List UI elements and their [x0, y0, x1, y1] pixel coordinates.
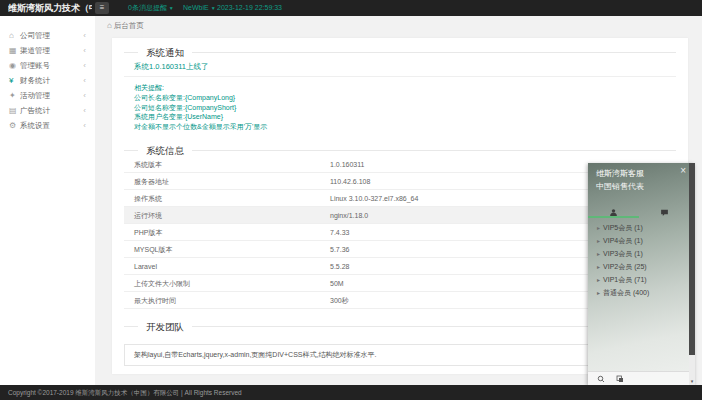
chat-subtitle: 中国销售代表: [596, 181, 644, 192]
sidebar-item-label: 广告统计: [20, 106, 50, 115]
list-item-vip4[interactable]: ▸VIP4会员 (1): [588, 234, 689, 247]
group-count: (1): [634, 237, 643, 244]
sidebar-item-accounts[interactable]: ◉管理账号‹: [0, 58, 95, 73]
group-name: VIP1会员: [603, 276, 632, 283]
group-name: VIP3会员: [603, 250, 632, 257]
expand-arrow-icon: ▸: [597, 251, 600, 257]
row-value: 7.4.33: [330, 224, 349, 241]
row-value: 1.0.160311: [330, 156, 365, 173]
list-item-vip3[interactable]: ▸VIP3会员 (1): [588, 247, 689, 260]
active-tab-underline: [588, 216, 639, 218]
row-value: Linux 3.10.0-327.el7.x86_64: [330, 190, 418, 207]
sidebar-item-label: 公司管理: [20, 31, 50, 40]
expand-arrow-icon: ▸: [597, 238, 600, 244]
list-item-vip2[interactable]: ▸VIP2会员 (25): [588, 260, 689, 273]
sidebar-item-settings[interactable]: ⚙系统设置‹: [0, 118, 95, 133]
close-icon[interactable]: ×: [680, 165, 686, 176]
scrollbar-track[interactable]: ▾: [689, 163, 695, 385]
row-value: 5.7.36: [330, 241, 349, 258]
row-value: 110.42.6.108: [330, 173, 370, 190]
scrollbar-thumb[interactable]: [689, 163, 695, 355]
chevron-left-icon: ‹: [83, 103, 86, 118]
team-note: 架构layui,自带Echarts,jquery,x-admin,页面纯DIV+…: [124, 344, 662, 366]
chat-panel: 维斯湾斯客服 中国销售代表 × ▸VIP5会员 (1) ▸VIP4会员 (1) …: [588, 163, 695, 385]
row-label: MYSQL版本: [134, 241, 173, 258]
sidebar: ⌂公司管理‹ ▦渠道管理‹ ◉管理账号‹ ¥财务统计‹ ✦活动管理‹ ▤广告统计…: [0, 16, 95, 385]
chat-group-list: ▸VIP5会员 (1) ▸VIP4会员 (1) ▸VIP3会员 (1) ▸VIP…: [588, 221, 689, 299]
user-dropdown[interactable]: NeWbiE ▼: [183, 0, 216, 16]
chevron-left-icon: ‹: [83, 28, 86, 43]
yen-icon: ¥: [9, 73, 20, 88]
breadcrumb-label: 后台首页: [114, 21, 144, 30]
tips-title: 相关提醒:: [134, 83, 267, 93]
topbar: 维斯湾斯风力技术（中 ≡ 0条消息提醒 ▼ NeWbiE ▼ 2023-12-1…: [0, 0, 702, 16]
sidebar-item-company[interactable]: ⌂公司管理‹: [0, 28, 95, 43]
chat-tabs: [588, 201, 689, 218]
caret-down-icon: ▼: [211, 5, 216, 11]
username-label: NeWbiE: [183, 4, 209, 11]
gear-icon: ⚙: [9, 118, 20, 133]
skin-icon[interactable]: [616, 375, 624, 383]
sidebar-menu: ⌂公司管理‹ ▦渠道管理‹ ◉管理账号‹ ¥财务统计‹ ✦活动管理‹ ▤广告统计…: [0, 16, 95, 133]
chevron-left-icon: ‹: [83, 43, 86, 58]
group-name: VIP5会员: [603, 224, 632, 231]
system-online-notice: 系统1.0.160311上线了: [134, 62, 208, 72]
tip-company-long: 公司长名称变量:{CompanyLong}: [134, 93, 267, 103]
company-icon: ⌂: [9, 28, 20, 43]
breadcrumb[interactable]: ⌂后台首页: [107, 21, 144, 31]
sidebar-item-label: 活动管理: [20, 91, 50, 100]
chevron-left-icon: ‹: [83, 88, 86, 103]
app-title: 维斯湾斯风力技术（中: [8, 0, 92, 16]
list-item-vip5[interactable]: ▸VIP5会员 (1): [588, 221, 689, 234]
caret-down-icon: ▼: [169, 5, 174, 11]
row-label: 上传文件大小限制: [134, 275, 190, 292]
notice-legend: 系统通知: [138, 47, 192, 60]
menu-toggle-button[interactable]: ≡: [95, 2, 109, 14]
row-label: 最大执行时间: [134, 292, 176, 309]
sidebar-item-finance[interactable]: ¥财务统计‹: [0, 73, 95, 88]
sidebar-item-label: 系统设置: [20, 121, 50, 130]
tip-username-var: 系统用户名变量:{UserName}: [134, 112, 267, 122]
expand-arrow-icon: ▸: [597, 290, 600, 296]
group-count: (400): [633, 289, 649, 296]
group-count: (71): [634, 276, 646, 283]
group-name: 普通会员: [603, 289, 631, 296]
grid-icon: ▦: [9, 43, 20, 58]
row-value: 300秒: [330, 292, 349, 309]
sidebar-item-activity[interactable]: ✦活动管理‹: [0, 88, 95, 103]
tab-contacts[interactable]: [588, 203, 638, 221]
sidebar-item-ads[interactable]: ▤广告统计‹: [0, 103, 95, 118]
tip-company-short: 公司短名称变量:{CompanyShort}: [134, 103, 267, 113]
team-legend: 开发团队: [138, 321, 192, 334]
row-label: 运行环境: [134, 207, 162, 224]
row-label: Laravel: [134, 258, 157, 275]
notice-fieldset: 系统通知: [124, 52, 676, 53]
list-item-normal[interactable]: ▸普通会员 (400): [588, 286, 689, 299]
messages-dropdown[interactable]: 0条消息提醒 ▼: [128, 0, 174, 16]
row-label: 服务器地址: [134, 173, 169, 190]
sidebar-item-label: 财务统计: [20, 76, 50, 85]
messages-label: 0条消息提醒: [128, 4, 167, 11]
sysinfo-fieldset: 系统信息: [124, 150, 676, 151]
row-label: 操作系统: [134, 190, 162, 207]
chat-footer-toolbar: [588, 371, 689, 385]
hamburger-icon: ≡: [100, 3, 105, 12]
group-name: VIP2会员: [603, 263, 632, 270]
tip-amount-display: 对金额不显示个位数&金额显示采用'万'显示: [134, 122, 267, 132]
sidebar-item-channel[interactable]: ▦渠道管理‹: [0, 43, 95, 58]
sidebar-item-label: 管理账号: [20, 61, 50, 70]
search-icon[interactable]: [597, 375, 605, 383]
star-icon: ✦: [9, 88, 20, 103]
group-count: (1): [634, 250, 643, 257]
chevron-left-icon: ‹: [83, 73, 86, 88]
group-count: (25): [634, 263, 646, 270]
chevron-left-icon: ‹: [83, 58, 86, 73]
tab-chats[interactable]: [639, 203, 689, 221]
user-circle-icon: ◉: [9, 58, 20, 73]
chat-title: 维斯湾斯客服: [596, 168, 644, 179]
expand-arrow-icon: ▸: [597, 225, 600, 231]
row-label: 系统版本: [134, 156, 162, 173]
expand-arrow-icon: ▸: [597, 264, 600, 270]
list-item-vip1[interactable]: ▸VIP1会员 (71): [588, 273, 689, 286]
copyright-text: Copyright ©2017-2019 维斯湾斯风力技术（中国）有限公司 | …: [8, 389, 242, 396]
